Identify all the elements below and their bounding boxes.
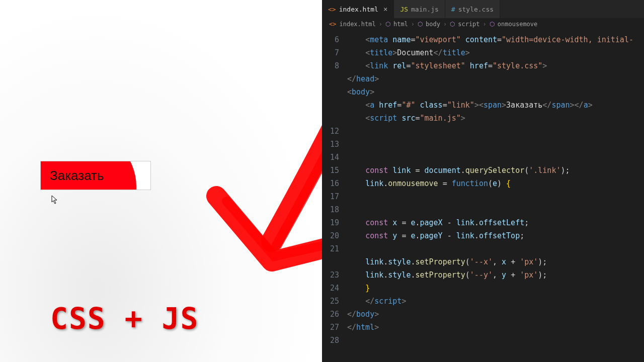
symbol-icon: ⬡ xyxy=(450,21,455,28)
symbol-icon: ⬡ xyxy=(418,21,423,28)
tab-style-css[interactable]: # style.css xyxy=(445,0,500,18)
order-button-label: Заказать xyxy=(50,168,104,184)
breadcrumb[interactable]: <> index.html › ⬡ html › ⬡ body › ⬡ scri… xyxy=(322,18,644,30)
tab-main-js[interactable]: JS main.js xyxy=(394,0,445,18)
html-file-icon: <> xyxy=(329,21,336,28)
tab-index-html[interactable]: <> index.html × xyxy=(322,0,394,18)
code-editor: <> index.html × JS main.js # style.css <… xyxy=(322,0,644,362)
tab-label: main.js xyxy=(411,6,439,13)
css-file-icon: # xyxy=(451,6,455,13)
html-file-icon: <> xyxy=(328,6,336,13)
breadcrumb-file: index.html xyxy=(339,21,375,28)
js-file-icon: JS xyxy=(400,6,408,13)
breadcrumb-part: html xyxy=(393,21,408,28)
chevron-right-icon: › xyxy=(483,21,487,28)
breadcrumb-part: body xyxy=(426,21,440,28)
line-gutter: 67812131415161718192021232425262728 xyxy=(322,30,347,362)
tab-label: index.html xyxy=(339,6,378,13)
order-button[interactable]: Заказать xyxy=(40,161,151,190)
symbol-icon: ⬡ xyxy=(490,21,495,28)
code-content[interactable]: <meta name="viewport" content="width=dev… xyxy=(347,30,644,362)
cursor-icon xyxy=(51,195,59,207)
close-icon[interactable]: × xyxy=(383,5,387,13)
breadcrumb-part: script xyxy=(458,21,479,28)
tab-bar: <> index.html × JS main.js # style.css xyxy=(322,0,644,18)
demo-panel: Заказать CSS + JS xyxy=(0,0,327,362)
chevron-right-icon: › xyxy=(379,21,382,28)
tab-label: style.css xyxy=(458,6,494,13)
symbol-icon: ⬡ xyxy=(385,21,390,28)
chevron-right-icon: › xyxy=(443,21,447,28)
breadcrumb-part: onmousemove xyxy=(498,21,537,28)
code-area[interactable]: 67812131415161718192021232425262728 <met… xyxy=(322,30,644,362)
caption-text: CSS + JS xyxy=(50,302,199,336)
chevron-right-icon: › xyxy=(411,21,415,28)
